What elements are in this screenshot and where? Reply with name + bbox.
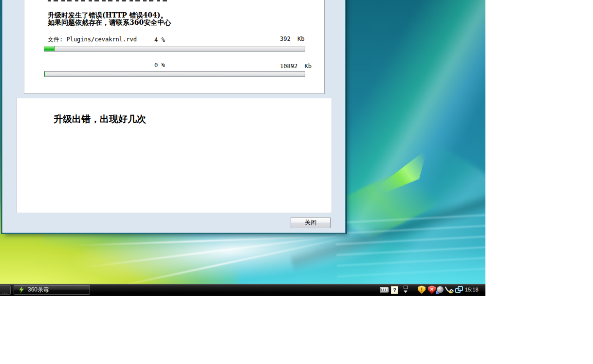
help-icon[interactable]: ? (391, 286, 398, 294)
wallpaper-green-streak-wide (331, 159, 444, 248)
user-annotation-text: 升级出错，出现好几次 (54, 113, 146, 126)
clipped-heading-fragments (48, 0, 167, 1)
taskbar-overflow-button[interactable]: ... (0, 285, 11, 295)
file-progress-fill (44, 46, 55, 51)
lightning-icon (19, 287, 24, 293)
error-message-line1: 升级时发生了错误(HTTP 错误404)。 (48, 12, 167, 18)
system-tray: ? ! ✕ 15:18 (375, 284, 485, 296)
wallpaper-green-streak-tip (369, 149, 437, 196)
security-warning-shield-icon[interactable]: ! (418, 286, 426, 294)
total-progress-bar (44, 71, 305, 77)
keyboard-icon[interactable] (380, 287, 389, 292)
file-size: 392 Kb (280, 36, 305, 42)
wallpaper-light-ray (84, 230, 384, 268)
volume-knob-icon[interactable] (437, 286, 444, 293)
taskbar: ... 360杀毒 ? ! ✕ (0, 284, 485, 296)
wallpaper-light-bands (334, 205, 485, 286)
screenshot-canvas: 升级时发生了错误(HTTP 错误404)。 如果问题依然存在，请联系360安全中… (0, 0, 593, 364)
taskbar-button-360[interactable]: 360杀毒 (14, 285, 90, 295)
taskbar-button-label: 360杀毒 (28, 286, 49, 294)
chevron-down-icon (404, 291, 408, 293)
file-percent: 4 % (154, 36, 165, 43)
update-dialog: 升级时发生了错误(HTTP 错误404)。 如果问题依然存在，请联系360安全中… (2, 0, 345, 233)
total-percent: 0 % (154, 62, 165, 69)
wallpaper-light-ray (73, 234, 385, 246)
file-label: 文件: Plugins/cevakrnl.rvd (48, 36, 137, 44)
details-panel: 升级出错，出现好几次 (17, 98, 332, 213)
network-icon[interactable] (455, 286, 463, 293)
total-size: 10892 Kb (280, 63, 312, 70)
error-message-line2: 如果问题依然存在，请联系360安全中心 (48, 19, 171, 26)
language-bar-box (404, 286, 408, 289)
file-progress-bar (44, 46, 305, 52)
language-bar-icon[interactable] (403, 286, 408, 294)
taskbar-clock[interactable]: 15:18 (465, 284, 484, 296)
pen-input-icon[interactable] (445, 285, 455, 294)
close-button[interactable]: 关闭 (291, 217, 331, 228)
wallpaper-light-ray (110, 231, 377, 289)
total-progress-fill (44, 72, 45, 76)
update-progress-panel: 升级时发生了错误(HTTP 错误404)。 如果问题依然存在，请联系360安全中… (24, 0, 325, 94)
security-alert-shield-icon[interactable]: ✕ (428, 286, 436, 294)
network-window-front (458, 286, 463, 291)
